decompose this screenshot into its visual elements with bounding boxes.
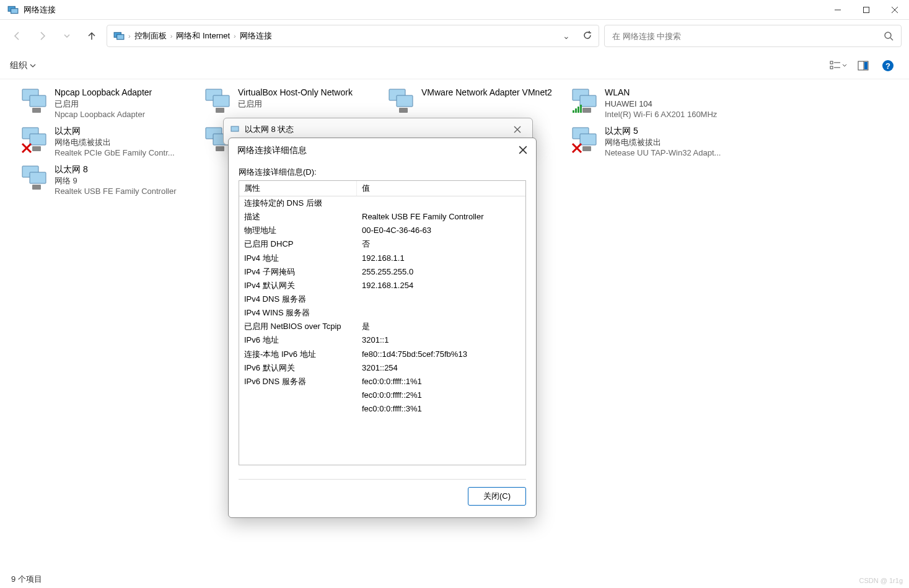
- forward-button[interactable]: [32, 26, 52, 46]
- status-dialog-close[interactable]: [509, 121, 526, 138]
- connection-device: Npcap Loopback Adapter: [55, 109, 152, 120]
- svg-rect-24: [216, 108, 224, 113]
- window-title: 网络连接: [24, 4, 56, 15]
- details-row[interactable]: IPv6 DNS 服务器fec0:0:0:ffff::1%1: [239, 375, 525, 388]
- connection-name: VMware Network Adapter VMnet2: [421, 87, 552, 99]
- details-row[interactable]: IPv4 地址192.168.1.1: [239, 252, 525, 265]
- details-row[interactable]: 已启用 DHCP否: [239, 237, 525, 251]
- details-row[interactable]: fec0:0:0:ffff::3%1: [239, 402, 525, 416]
- property-cell: 已启用 DHCP: [239, 237, 357, 251]
- search-box[interactable]: [604, 25, 902, 47]
- preview-pane-button[interactable]: [852, 55, 874, 77]
- details-row[interactable]: IPv4 DNS 服务器: [239, 292, 525, 306]
- connection-item[interactable]: VMware Network Adapter VMnet2: [382, 84, 565, 123]
- connection-icon: [570, 87, 599, 115]
- chevron-right-icon: ›: [170, 32, 173, 40]
- connection-item[interactable]: VirtualBox Host-Only Network已启用: [198, 84, 382, 123]
- property-cell: 连接-本地 IPv6 地址: [239, 348, 357, 361]
- refresh-icon[interactable]: [582, 30, 592, 42]
- organize-button[interactable]: 组织: [10, 60, 36, 71]
- svg-rect-50: [582, 146, 591, 151]
- details-row[interactable]: IPv6 地址3201::1: [239, 333, 525, 347]
- close-button[interactable]: 关闭(C): [468, 487, 526, 506]
- details-row[interactable]: 描述Realtek USB FE Family Controller: [239, 210, 525, 224]
- connection-item[interactable]: 以太网 8网络 9Realtek USB FE Family Controlle…: [15, 161, 198, 200]
- value-cell: fec0:0:0:ffff::1%1: [357, 375, 525, 388]
- navigation-bar: › 控制面板 › 网络和 Internet › 网络连接 ⌄: [0, 20, 909, 52]
- svg-rect-23: [213, 95, 229, 107]
- breadcrumb-item[interactable]: 网络连接: [240, 30, 272, 42]
- details-dialog-close[interactable]: [519, 146, 527, 156]
- connection-status: HUAWEI 104: [605, 99, 717, 110]
- up-button[interactable]: [82, 26, 102, 46]
- svg-rect-20: [30, 95, 46, 107]
- maximize-button[interactable]: [852, 0, 880, 20]
- connection-item[interactable]: 以太网网络电缆被拔出Realtek PCIe GbE Family Contr.…: [15, 123, 198, 161]
- svg-point-8: [885, 32, 891, 38]
- close-button[interactable]: [880, 0, 909, 20]
- connection-device: Realtek PCIe GbE Family Contr...: [55, 147, 175, 159]
- search-input[interactable]: [612, 32, 884, 41]
- details-row[interactable]: IPv4 默认网关192.168.1.254: [239, 279, 525, 292]
- svg-rect-21: [32, 108, 41, 113]
- connection-name: Npcap Loopback Adapter: [55, 87, 152, 99]
- svg-rect-37: [32, 146, 41, 151]
- property-cell: IPv4 WINS 服务器: [239, 306, 357, 320]
- connection-name: VirtualBox Host-Only Network: [238, 87, 353, 99]
- network-icon: [113, 30, 125, 42]
- chevron-right-icon: ›: [128, 32, 131, 40]
- property-cell: IPv4 子网掩码: [239, 265, 357, 279]
- adapter-icon: [230, 125, 240, 134]
- value-cell: fe80::1d4:75bd:5cef:75fb%13: [357, 348, 525, 361]
- value-cell: 00-E0-4C-36-46-63: [357, 224, 525, 237]
- property-cell: 物理地址: [239, 224, 357, 237]
- svg-rect-11: [830, 66, 833, 69]
- details-row[interactable]: IPv4 子网掩码255.255.255.0: [239, 265, 525, 279]
- svg-rect-31: [573, 110, 574, 113]
- svg-rect-1: [11, 8, 18, 13]
- details-row[interactable]: 连接-本地 IPv6 地址fe80::1d4:75bd:5cef:75fb%13: [239, 348, 525, 361]
- value-cell: 192.168.1.254: [357, 279, 525, 292]
- connection-icon: [20, 87, 48, 115]
- breadcrumb-item[interactable]: 控制面板: [134, 30, 167, 42]
- property-cell: IPv6 默认网关: [239, 361, 357, 375]
- details-row[interactable]: 连接特定的 DNS 后缀: [239, 196, 525, 210]
- connection-status: 网络 9: [55, 175, 177, 186]
- recent-dropdown[interactable]: [57, 26, 77, 46]
- connection-device: Realtek USB FE Family Controller: [55, 186, 177, 197]
- header-property[interactable]: 属性: [239, 181, 357, 196]
- property-cell: IPv4 默认网关: [239, 279, 357, 292]
- connection-item[interactable]: Npcap Loopback Adapter已启用Npcap Loopback …: [15, 84, 198, 123]
- breadcrumb-item[interactable]: 网络和 Internet: [176, 30, 230, 42]
- details-row[interactable]: fec0:0:0:ffff::2%1: [239, 388, 525, 402]
- watermark: CSDN @ 1r1g: [859, 577, 903, 584]
- address-bar[interactable]: › 控制面板 › 网络和 Internet › 网络连接 ⌄: [107, 25, 599, 47]
- back-button[interactable]: [7, 26, 27, 46]
- connection-icon: [20, 125, 48, 154]
- value-cell: fec0:0:0:ffff::2%1: [357, 388, 525, 402]
- help-button[interactable]: ?: [877, 55, 899, 77]
- details-row[interactable]: 物理地址00-E0-4C-36-46-63: [239, 224, 525, 237]
- connection-item[interactable]: 以太网 5网络电缆被拔出Netease UU TAP-Win32 Adapt..…: [565, 123, 749, 161]
- view-options-button[interactable]: [827, 55, 850, 77]
- minimize-button[interactable]: [823, 0, 852, 20]
- chevron-down-icon[interactable]: ⌄: [563, 31, 570, 41]
- property-cell: 连接特定的 DNS 后缀: [239, 196, 357, 210]
- header-value[interactable]: 值: [357, 181, 525, 196]
- value-cell: 192.168.1.1: [357, 252, 525, 265]
- details-row[interactable]: 已启用 NetBIOS over Tcpip是: [239, 320, 525, 333]
- connection-status: 已启用: [238, 99, 353, 110]
- details-list[interactable]: 属性 值 连接特定的 DNS 后缀描述Realtek USB FE Family…: [239, 180, 526, 465]
- connection-icon: [20, 164, 48, 192]
- svg-rect-26: [397, 95, 413, 107]
- connection-name: 以太网: [55, 125, 175, 137]
- chevron-right-icon: ›: [234, 32, 236, 40]
- value-cell: [357, 196, 525, 210]
- property-cell: [239, 388, 357, 402]
- property-cell: IPv4 地址: [239, 252, 357, 265]
- status-bar: 9 个项目: [0, 571, 909, 588]
- svg-rect-49: [580, 134, 596, 145]
- details-row[interactable]: IPv6 默认网关3201::254: [239, 361, 525, 375]
- details-row[interactable]: IPv4 WINS 服务器: [239, 306, 525, 320]
- connection-item[interactable]: WLANHUAWEI 104Intel(R) Wi-Fi 6 AX201 160…: [565, 84, 749, 123]
